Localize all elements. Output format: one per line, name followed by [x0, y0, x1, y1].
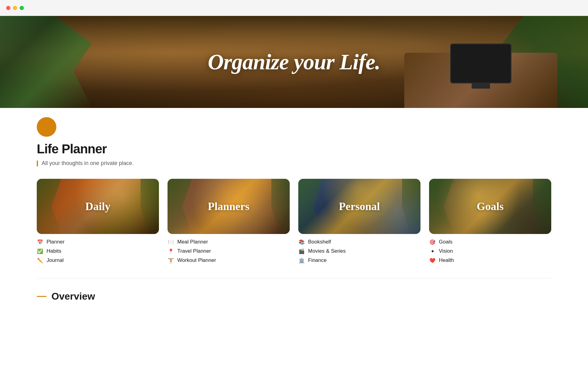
- card-daily-label: Daily: [85, 200, 110, 213]
- overview-title: Overview: [51, 291, 95, 302]
- planners-workout-planner-label: Workout Planner: [177, 257, 216, 263]
- hero-title: Organize your Life.: [208, 49, 380, 75]
- card-personal: Personal📚Bookshelf🎬Movies & Series🏛️Fina…: [298, 179, 420, 263]
- card-planners-plant-left: [168, 179, 192, 234]
- card-daily-items: 📅Planner✅Habits✏️Journal: [37, 239, 159, 263]
- card-daily-item-habits[interactable]: ✅Habits: [37, 248, 159, 254]
- card-goals-plant-left: [429, 179, 454, 234]
- goals-goals-label: Goals: [439, 239, 452, 245]
- subtitle-row: All your thoughts in one private place.: [37, 160, 551, 167]
- daily-planner-label: Planner: [47, 239, 65, 245]
- cards-grid: Daily📅Planner✅Habits✏️JournalPlanners🍽️M…: [37, 179, 551, 263]
- card-daily-plant-left: [37, 179, 61, 234]
- card-daily-image[interactable]: Daily: [37, 179, 159, 234]
- minimize-button[interactable]: [13, 6, 17, 10]
- maximize-button[interactable]: [20, 6, 24, 10]
- card-daily-item-journal[interactable]: ✏️Journal: [37, 257, 159, 263]
- page-title: Life Planner: [37, 142, 551, 156]
- personal-finance-label: Finance: [308, 257, 326, 263]
- overview-row: Overview: [37, 291, 551, 302]
- card-personal-label: Personal: [339, 200, 380, 213]
- card-planners-plant-right: [271, 179, 290, 234]
- meal-icon: 🍽️: [168, 239, 174, 245]
- pencil-icon: ✏️: [37, 258, 43, 263]
- card-personal-item-finance[interactable]: 🏛️Finance: [298, 257, 420, 263]
- card-planners-items: 🍽️Meal Planner📍Travel Planner🏋️Workout P…: [168, 239, 290, 263]
- section-divider: [37, 278, 551, 278]
- card-goals-plant-right: [533, 179, 551, 234]
- daily-journal-label: Journal: [47, 257, 64, 263]
- card-planners-item-meal-planner[interactable]: 🍽️Meal Planner: [168, 239, 290, 245]
- finance-icon: 🏛️: [298, 258, 305, 263]
- card-planners: Planners🍽️Meal Planner📍Travel Planner🏋️W…: [168, 179, 290, 263]
- subtitle-accent-bar: [37, 160, 38, 167]
- card-personal-plant-right: [402, 179, 420, 234]
- hero-monitor: [450, 44, 511, 83]
- planners-travel-planner-label: Travel Planner: [177, 248, 211, 254]
- card-personal-image[interactable]: Personal: [298, 179, 420, 234]
- card-goals-image[interactable]: Goals: [429, 179, 551, 234]
- overview-accent: [37, 296, 47, 297]
- card-personal-item-bookshelf[interactable]: 📚Bookshelf: [298, 239, 420, 245]
- card-goals-item-health[interactable]: ❤️Health: [429, 257, 551, 263]
- card-goals-item-vision[interactable]: ✦Vision: [429, 248, 551, 254]
- card-personal-plant-left: [298, 179, 323, 234]
- card-daily: Daily📅Planner✅Habits✏️Journal: [37, 179, 159, 263]
- card-planners-image[interactable]: Planners: [168, 179, 290, 234]
- card-planners-item-travel-planner[interactable]: 📍Travel Planner: [168, 248, 290, 254]
- checkmark-icon: ✅: [37, 248, 43, 254]
- card-goals-item-goals[interactable]: 🎯Goals: [429, 239, 551, 245]
- pin-icon: 📍: [168, 248, 174, 254]
- card-personal-item-movies-and-series[interactable]: 🎬Movies & Series: [298, 248, 420, 254]
- avatar-row: [37, 108, 551, 137]
- book-icon: 📚: [298, 239, 305, 245]
- calendar-icon: 📅: [37, 239, 43, 245]
- card-daily-plant-right: [141, 179, 159, 234]
- personal-movies-&-series-label: Movies & Series: [308, 248, 346, 254]
- titlebar: [0, 0, 588, 16]
- hero-banner: Organize your Life.: [0, 16, 588, 108]
- hero-plant-left: [0, 16, 92, 108]
- goals-health-label: Health: [439, 257, 454, 263]
- dumbbell-icon: 🏋️: [168, 258, 174, 263]
- subtitle-text: All your thoughts in one private place.: [42, 160, 134, 167]
- card-planners-label: Planners: [208, 200, 249, 213]
- card-goals: Goals🎯Goals✦Vision❤️Health: [429, 179, 551, 263]
- card-goals-items: 🎯Goals✦Vision❤️Health: [429, 239, 551, 263]
- goals-vision-label: Vision: [439, 248, 453, 254]
- daily-habits-label: Habits: [47, 248, 61, 254]
- card-planners-item-workout-planner[interactable]: 🏋️Workout Planner: [168, 257, 290, 263]
- card-personal-items: 📚Bookshelf🎬Movies & Series🏛️Finance: [298, 239, 420, 263]
- target-icon: 🎯: [429, 239, 436, 245]
- avatar: [37, 117, 56, 137]
- personal-bookshelf-label: Bookshelf: [308, 239, 331, 245]
- vision-icon: ✦: [429, 248, 436, 254]
- heart-icon: ❤️: [429, 258, 436, 263]
- planners-meal-planner-label: Meal Planner: [177, 239, 208, 245]
- card-daily-item-planner[interactable]: 📅Planner: [37, 239, 159, 245]
- card-goals-label: Goals: [477, 200, 503, 213]
- main-content: Life Planner All your thoughts in one pr…: [0, 108, 588, 302]
- movies-icon: 🎬: [298, 248, 305, 254]
- close-button[interactable]: [6, 6, 10, 10]
